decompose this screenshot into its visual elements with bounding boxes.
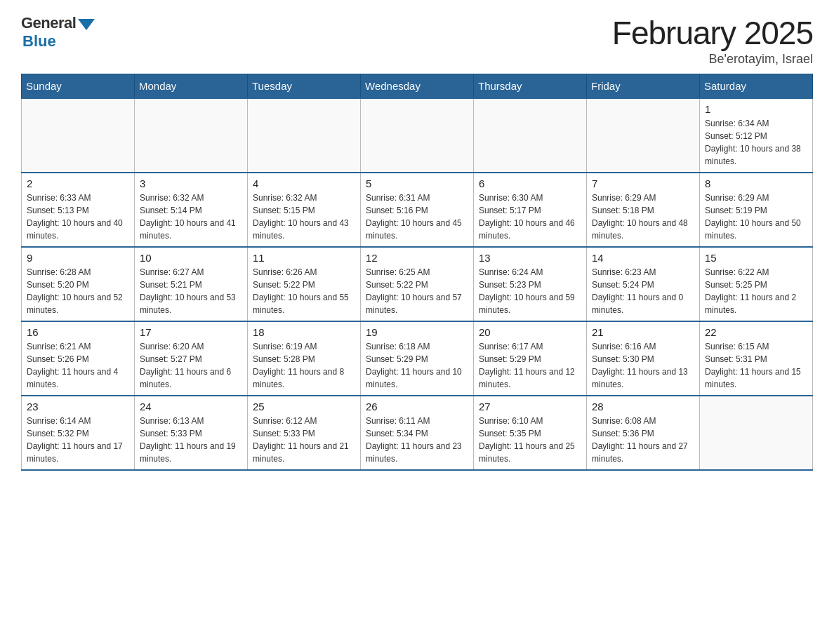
- calendar-day-cell: [700, 396, 813, 470]
- calendar-day-cell: 11Sunrise: 6:26 AMSunset: 5:22 PMDayligh…: [248, 247, 361, 321]
- day-number: 13: [479, 252, 581, 264]
- calendar-day-cell: 21Sunrise: 6:16 AMSunset: 5:30 PMDayligh…: [587, 321, 700, 396]
- calendar-day-cell: 6Sunrise: 6:30 AMSunset: 5:17 PMDaylight…: [474, 173, 587, 247]
- day-info: Sunrise: 6:24 AMSunset: 5:23 PMDaylight:…: [479, 266, 581, 316]
- day-info: Sunrise: 6:32 AMSunset: 5:15 PMDaylight:…: [253, 192, 355, 242]
- day-number: 2: [27, 177, 129, 189]
- calendar-week-row: 23Sunrise: 6:14 AMSunset: 5:32 PMDayligh…: [22, 396, 813, 470]
- calendar-day-cell: 23Sunrise: 6:14 AMSunset: 5:32 PMDayligh…: [22, 396, 135, 470]
- day-number: 10: [140, 252, 242, 264]
- calendar-subtitle: Be'erotayim, Israel: [612, 52, 813, 67]
- day-of-week-header: Sunday: [22, 74, 135, 99]
- day-number: 22: [705, 326, 807, 338]
- calendar-day-cell: 17Sunrise: 6:20 AMSunset: 5:27 PMDayligh…: [135, 321, 248, 396]
- day-of-week-header: Saturday: [700, 74, 813, 99]
- day-info: Sunrise: 6:14 AMSunset: 5:32 PMDaylight:…: [27, 415, 129, 465]
- day-number: 26: [366, 401, 468, 412]
- day-info: Sunrise: 6:31 AMSunset: 5:16 PMDaylight:…: [366, 192, 468, 242]
- calendar-title: February 2025: [612, 14, 813, 52]
- title-block: February 2025 Be'erotayim, Israel: [612, 14, 813, 67]
- day-number: 9: [27, 252, 129, 264]
- calendar-day-cell: 28Sunrise: 6:08 AMSunset: 5:36 PMDayligh…: [587, 396, 700, 470]
- calendar-day-cell: 26Sunrise: 6:11 AMSunset: 5:34 PMDayligh…: [361, 396, 474, 470]
- day-number: 11: [253, 252, 355, 264]
- day-info: Sunrise: 6:12 AMSunset: 5:33 PMDaylight:…: [253, 415, 355, 465]
- day-of-week-header: Friday: [587, 74, 700, 99]
- calendar-day-cell: 4Sunrise: 6:32 AMSunset: 5:15 PMDaylight…: [248, 173, 361, 247]
- calendar-week-row: 1Sunrise: 6:34 AMSunset: 5:12 PMDaylight…: [22, 98, 813, 173]
- day-info: Sunrise: 6:16 AMSunset: 5:30 PMDaylight:…: [592, 340, 694, 391]
- day-info: Sunrise: 6:21 AMSunset: 5:26 PMDaylight:…: [27, 340, 129, 391]
- day-number: 8: [705, 177, 807, 189]
- calendar-day-cell: 25Sunrise: 6:12 AMSunset: 5:33 PMDayligh…: [248, 396, 361, 470]
- calendar-day-cell: 16Sunrise: 6:21 AMSunset: 5:26 PMDayligh…: [22, 321, 135, 396]
- day-number: 23: [27, 401, 129, 412]
- day-info: Sunrise: 6:17 AMSunset: 5:29 PMDaylight:…: [479, 340, 581, 391]
- calendar-day-cell: 8Sunrise: 6:29 AMSunset: 5:19 PMDaylight…: [700, 173, 813, 247]
- calendar-day-cell: 27Sunrise: 6:10 AMSunset: 5:35 PMDayligh…: [474, 396, 587, 470]
- calendar-day-cell: 13Sunrise: 6:24 AMSunset: 5:23 PMDayligh…: [474, 247, 587, 321]
- day-number: 19: [366, 326, 468, 338]
- logo-blue-text: Blue: [22, 32, 56, 51]
- day-number: 17: [140, 326, 242, 338]
- day-info: Sunrise: 6:15 AMSunset: 5:31 PMDaylight:…: [705, 340, 807, 391]
- calendar-day-cell: [22, 98, 135, 173]
- day-info: Sunrise: 6:08 AMSunset: 5:36 PMDaylight:…: [592, 415, 694, 465]
- day-number: 25: [253, 401, 355, 412]
- day-number: 12: [366, 252, 468, 264]
- calendar-day-cell: 5Sunrise: 6:31 AMSunset: 5:16 PMDaylight…: [361, 173, 474, 247]
- day-of-week-header: Tuesday: [248, 74, 361, 99]
- logo-arrow-icon: [78, 19, 95, 30]
- calendar-table: SundayMondayTuesdayWednesdayThursdayFrid…: [21, 74, 813, 471]
- day-info: Sunrise: 6:26 AMSunset: 5:22 PMDaylight:…: [253, 266, 355, 316]
- calendar-day-cell: [474, 98, 587, 173]
- day-number: 3: [140, 177, 242, 189]
- day-number: 7: [592, 177, 694, 189]
- calendar-day-cell: 15Sunrise: 6:22 AMSunset: 5:25 PMDayligh…: [700, 247, 813, 321]
- calendar-day-cell: 20Sunrise: 6:17 AMSunset: 5:29 PMDayligh…: [474, 321, 587, 396]
- calendar-day-cell: [135, 98, 248, 173]
- day-number: 20: [479, 326, 581, 338]
- day-info: Sunrise: 6:25 AMSunset: 5:22 PMDaylight:…: [366, 266, 468, 316]
- logo-general-text: General: [21, 14, 76, 32]
- calendar-day-cell: 1Sunrise: 6:34 AMSunset: 5:12 PMDaylight…: [700, 98, 813, 173]
- day-number: 1: [705, 103, 807, 115]
- day-info: Sunrise: 6:23 AMSunset: 5:24 PMDaylight:…: [592, 266, 694, 316]
- day-info: Sunrise: 6:22 AMSunset: 5:25 PMDaylight:…: [705, 266, 807, 316]
- day-of-week-header: Wednesday: [361, 74, 474, 99]
- day-of-week-header: Monday: [135, 74, 248, 99]
- day-info: Sunrise: 6:18 AMSunset: 5:29 PMDaylight:…: [366, 340, 468, 391]
- day-info: Sunrise: 6:29 AMSunset: 5:19 PMDaylight:…: [705, 192, 807, 242]
- day-info: Sunrise: 6:32 AMSunset: 5:14 PMDaylight:…: [140, 192, 242, 242]
- calendar-day-cell: 12Sunrise: 6:25 AMSunset: 5:22 PMDayligh…: [361, 247, 474, 321]
- calendar-day-cell: 3Sunrise: 6:32 AMSunset: 5:14 PMDaylight…: [135, 173, 248, 247]
- calendar-day-cell: [361, 98, 474, 173]
- page-header: General Blue February 2025 Be'erotayim, …: [21, 14, 813, 67]
- calendar-day-cell: 10Sunrise: 6:27 AMSunset: 5:21 PMDayligh…: [135, 247, 248, 321]
- day-number: 15: [705, 252, 807, 264]
- day-number: 28: [592, 401, 694, 412]
- calendar-day-cell: 2Sunrise: 6:33 AMSunset: 5:13 PMDaylight…: [22, 173, 135, 247]
- calendar-header-row: SundayMondayTuesdayWednesdayThursdayFrid…: [22, 74, 813, 99]
- logo: General Blue: [21, 14, 95, 51]
- day-info: Sunrise: 6:20 AMSunset: 5:27 PMDaylight:…: [140, 340, 242, 391]
- calendar-day-cell: [587, 98, 700, 173]
- day-number: 24: [140, 401, 242, 412]
- calendar-day-cell: 19Sunrise: 6:18 AMSunset: 5:29 PMDayligh…: [361, 321, 474, 396]
- day-of-week-header: Thursday: [474, 74, 587, 99]
- day-number: 14: [592, 252, 694, 264]
- calendar-week-row: 16Sunrise: 6:21 AMSunset: 5:26 PMDayligh…: [22, 321, 813, 396]
- day-info: Sunrise: 6:10 AMSunset: 5:35 PMDaylight:…: [479, 415, 581, 465]
- calendar-day-cell: 9Sunrise: 6:28 AMSunset: 5:20 PMDaylight…: [22, 247, 135, 321]
- calendar-day-cell: 22Sunrise: 6:15 AMSunset: 5:31 PMDayligh…: [700, 321, 813, 396]
- day-number: 21: [592, 326, 694, 338]
- day-info: Sunrise: 6:29 AMSunset: 5:18 PMDaylight:…: [592, 192, 694, 242]
- calendar-day-cell: 18Sunrise: 6:19 AMSunset: 5:28 PMDayligh…: [248, 321, 361, 396]
- day-info: Sunrise: 6:11 AMSunset: 5:34 PMDaylight:…: [366, 415, 468, 465]
- day-number: 16: [27, 326, 129, 338]
- day-number: 4: [253, 177, 355, 189]
- day-info: Sunrise: 6:30 AMSunset: 5:17 PMDaylight:…: [479, 192, 581, 242]
- day-number: 5: [366, 177, 468, 189]
- day-number: 27: [479, 401, 581, 412]
- calendar-week-row: 2Sunrise: 6:33 AMSunset: 5:13 PMDaylight…: [22, 173, 813, 247]
